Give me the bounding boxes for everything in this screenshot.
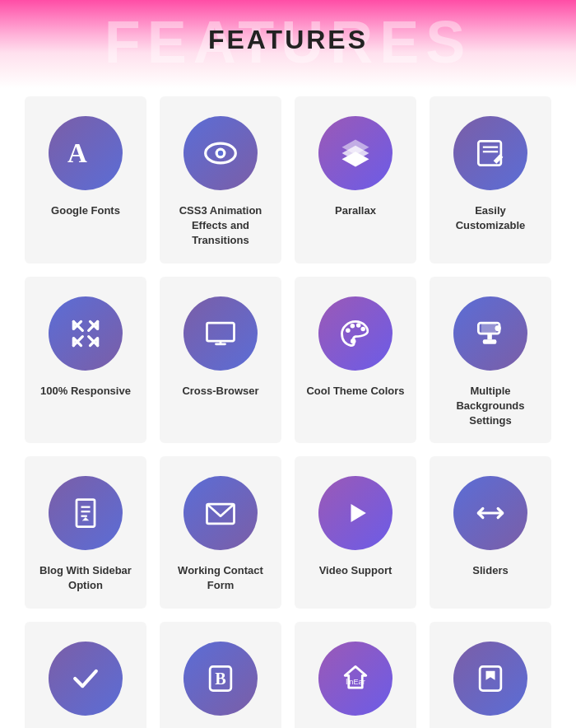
header: FEATURES FEATURES xyxy=(0,0,576,88)
svg-rect-39 xyxy=(480,666,501,690)
svg-point-20 xyxy=(356,323,361,328)
feature-parallax: Parallax xyxy=(295,96,416,264)
feature-blog-sidebar: Blog With Sidebar Option xyxy=(25,456,146,608)
header-title: FEATURES xyxy=(0,25,576,55)
monitor-icon xyxy=(183,296,258,371)
svg-text:linEar: linEar xyxy=(346,678,365,686)
svg-point-22 xyxy=(351,338,355,343)
play-icon xyxy=(318,476,393,550)
parallax-label: Parallax xyxy=(335,203,376,218)
eye-icon xyxy=(183,116,258,190)
svg-rect-24 xyxy=(481,323,496,334)
svg-rect-26 xyxy=(483,339,497,344)
svg-point-3 xyxy=(218,151,223,156)
svg-rect-25 xyxy=(487,334,492,339)
feature-w3c-valid: W3C valid CSS3 and HTML5 xyxy=(25,622,146,729)
feature-responsive: 100% Responsive xyxy=(25,277,146,444)
document-icon xyxy=(49,476,123,550)
features-grid: A Google Fonts CSS3 Animation Effects an… xyxy=(0,88,576,728)
cross-browser-label: Cross-Browser xyxy=(182,384,258,399)
video-support-label: Video Support xyxy=(319,563,393,578)
cool-theme-colors-label: Cool Theme Colors xyxy=(306,384,404,399)
feature-linearicons: linEar Linearicons xyxy=(295,622,416,729)
easily-customizable-label: Easily Customizable xyxy=(439,203,541,233)
linearicons-icon: linEar xyxy=(318,642,393,716)
svg-point-21 xyxy=(360,326,365,331)
svg-rect-15 xyxy=(207,323,235,341)
svg-marker-40 xyxy=(486,670,495,679)
svg-point-19 xyxy=(351,324,355,329)
flag-icon xyxy=(453,642,527,716)
feature-contact-form: Working Contact Form xyxy=(160,456,281,608)
sliders-label: Sliders xyxy=(472,563,508,578)
svg-rect-28 xyxy=(77,500,95,527)
feature-video-support: Video Support xyxy=(295,456,416,608)
feature-sliders: Sliders xyxy=(430,456,551,608)
bootstrap-icon: B xyxy=(183,642,258,716)
google-fonts-label: Google Fonts xyxy=(51,203,120,218)
google-fonts-icon: A xyxy=(49,116,123,190)
feature-css3-animation: CSS3 Animation Effects and Transitions xyxy=(160,96,281,264)
layers-icon xyxy=(318,116,393,190)
multiple-backgrounds-label: Multiple Backgrounds Settings xyxy=(439,384,541,429)
svg-marker-33 xyxy=(351,504,366,522)
edit-icon xyxy=(453,116,527,190)
feature-font-awesome: Font Awesome icons xyxy=(430,622,551,729)
feature-bootstrap: B Bootstrap xyxy=(160,622,281,729)
feature-cool-theme-colors: Cool Theme Colors xyxy=(295,277,416,444)
blog-sidebar-label: Blog With Sidebar Option xyxy=(35,563,137,593)
feature-cross-browser: Cross-Browser xyxy=(160,277,281,444)
arrows-icon xyxy=(453,476,527,550)
svg-point-27 xyxy=(495,324,501,330)
feature-multiple-backgrounds: Multiple Backgrounds Settings xyxy=(430,277,551,444)
expand-icon xyxy=(49,296,123,371)
feature-google-fonts: A Google Fonts xyxy=(25,96,146,264)
svg-point-18 xyxy=(346,328,351,333)
responsive-label: 100% Responsive xyxy=(40,384,131,399)
paint-roller-icon xyxy=(453,296,527,371)
checkmark-icon xyxy=(49,642,123,716)
feature-easily-customizable: Easily Customizable xyxy=(430,96,551,264)
envelope-icon xyxy=(183,476,258,550)
contact-form-label: Working Contact Form xyxy=(170,563,272,593)
svg-text:A: A xyxy=(67,138,87,168)
css3-animation-label: CSS3 Animation Effects and Transitions xyxy=(170,203,272,249)
svg-text:B: B xyxy=(215,670,225,688)
palette-icon xyxy=(318,296,393,371)
